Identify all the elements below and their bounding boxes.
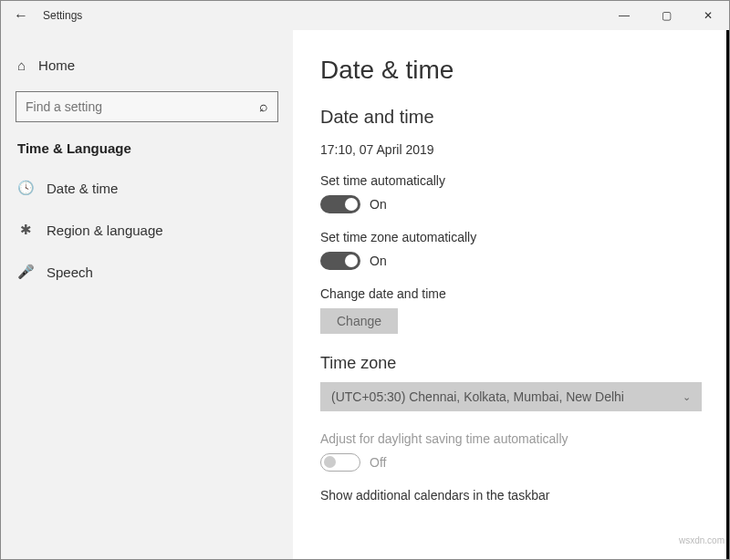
search-box[interactable]: ⌕ (16, 91, 278, 122)
time-zone-select[interactable]: (UTC+05:30) Chennai, Kolkata, Mumbai, Ne… (320, 382, 702, 411)
dst-label: Adjust for daylight saving time automati… (320, 431, 702, 446)
set-tz-auto-value: On (370, 254, 387, 268)
set-tz-auto-toggle[interactable] (320, 252, 360, 270)
back-button[interactable]: ← (12, 7, 30, 24)
chevron-down-icon: ⌄ (683, 391, 691, 403)
home-icon: ⌂ (17, 57, 26, 73)
window-title: Settings (43, 9, 82, 22)
sidebar-item-label: Speech (47, 264, 93, 280)
content-area: Date & time Date and time 17:10, 07 Apri… (293, 30, 729, 559)
current-datetime: 17:10, 07 April 2019 (320, 142, 702, 157)
dst-toggle (320, 453, 360, 472)
microphone-icon: 🎤 (17, 264, 34, 280)
window-body: ⌂ Home ⌕ Time & Language 🕓 Date & time ✱… (1, 30, 729, 559)
change-button[interactable]: Change (320, 308, 398, 334)
category-title: Time & Language (16, 140, 278, 156)
search-input[interactable] (26, 99, 259, 114)
set-time-auto-label: Set time automatically (320, 173, 702, 188)
watermark: wsxdn.com (679, 535, 725, 545)
section-date-time: Date and time (320, 107, 702, 128)
home-label: Home (38, 57, 75, 73)
change-dt-label: Change date and time (320, 286, 702, 301)
set-time-auto-toggle-row: On (320, 195, 702, 213)
additional-calendars-label: Show additional calendars in the taskbar (320, 488, 702, 503)
sidebar-item-label: Region & language (47, 223, 163, 238)
sidebar-item-label: Date & time (47, 181, 118, 196)
settings-window: ← Settings — ▢ ✕ ⌂ Home ⌕ Time & Languag… (0, 0, 730, 560)
time-zone-value: (UTC+05:30) Chennai, Kolkata, Mumbai, Ne… (331, 389, 624, 404)
minimize-button[interactable]: — (603, 1, 645, 30)
sidebar: ⌂ Home ⌕ Time & Language 🕓 Date & time ✱… (1, 30, 293, 559)
page-title: Date & time (320, 56, 702, 85)
search-icon: ⌕ (259, 99, 268, 115)
time-zone-title: Time zone (320, 354, 702, 373)
home-link[interactable]: ⌂ Home (16, 52, 278, 78)
dst-toggle-row: Off (320, 453, 702, 472)
clock-icon: 🕓 (17, 180, 34, 196)
vertical-scrollbar[interactable] (726, 30, 729, 559)
language-icon: ✱ (17, 222, 34, 238)
titlebar: ← Settings — ▢ ✕ (1, 1, 729, 30)
maximize-button[interactable]: ▢ (645, 1, 687, 30)
close-button[interactable]: ✕ (687, 1, 729, 30)
set-time-auto-value: On (370, 197, 387, 212)
window-controls: — ▢ ✕ (603, 1, 729, 30)
dst-value: Off (370, 455, 386, 470)
set-tz-auto-label: Set time zone automatically (320, 230, 702, 244)
set-time-auto-toggle[interactable] (320, 195, 360, 213)
sidebar-item-speech[interactable]: 🎤 Speech (16, 251, 278, 293)
set-tz-auto-toggle-row: On (320, 252, 702, 270)
sidebar-item-region-language[interactable]: ✱ Region & language (16, 209, 278, 251)
sidebar-item-date-time[interactable]: 🕓 Date & time (16, 167, 278, 209)
